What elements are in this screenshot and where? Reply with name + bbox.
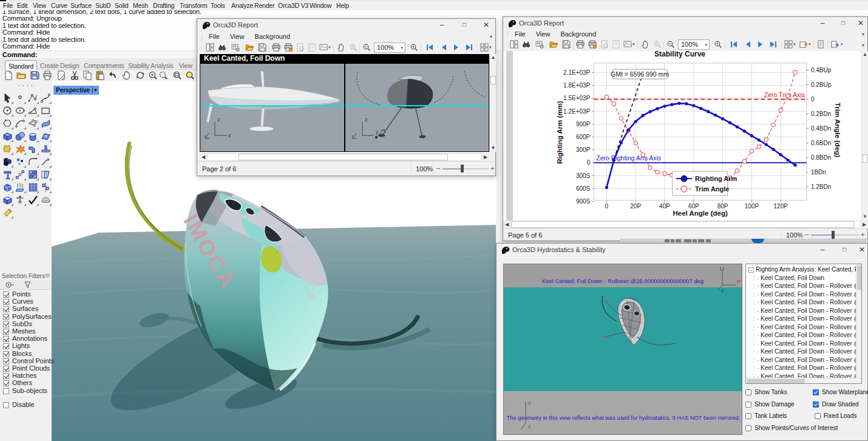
svg-text:Stability Curve: Stability Curve (654, 51, 705, 58)
svg-text:120P: 120P (774, 203, 788, 210)
svg-text:300P: 300P (576, 146, 591, 153)
svg-text:2.1E+03P: 2.1E+03P (563, 69, 591, 76)
svg-text:Zero Trim Axis: Zero Trim Axis (764, 91, 805, 98)
svg-text:z: z (217, 117, 220, 123)
svg-text:y: y (376, 129, 379, 135)
svg-text:20P: 20P (630, 203, 641, 210)
svg-text:1.2BDn: 1.2BDn (811, 183, 831, 190)
svg-text:Righting Arm (mm): Righting Arm (mm) (556, 101, 563, 164)
svg-text:600P: 600P (576, 134, 591, 140)
svg-text:z: z (528, 400, 531, 406)
svg-text:1.8E+03P: 1.8E+03P (563, 82, 591, 89)
svg-text:900P: 900P (576, 121, 591, 128)
svg-text:300S: 300S (576, 173, 591, 179)
svg-text:1.5E+03P: 1.5E+03P (563, 95, 591, 101)
svg-text:Righting Arm: Righting Arm (695, 175, 737, 182)
svg-text:Keel Canted, Foil Down - Rollo: Keel Canted, Foil Down - Rollover @25.00… (542, 278, 704, 284)
svg-text:80P: 80P (717, 203, 728, 210)
svg-text:1BDn: 1BDn (811, 169, 826, 176)
svg-text:0.4BUp: 0.4BUp (811, 67, 832, 74)
svg-text:0.4BDn: 0.4BDn (811, 125, 831, 132)
svg-text:0.2BUp: 0.2BUp (811, 81, 832, 88)
svg-text:x: x (528, 423, 531, 429)
svg-text:Trim Angle: Trim Angle (695, 185, 729, 193)
svg-text:0.8BDn: 0.8BDn (811, 154, 831, 161)
svg-text:60P: 60P (688, 203, 699, 210)
svg-text:0.6BDn: 0.6BDn (811, 140, 831, 146)
svg-text:0: 0 (811, 96, 815, 103)
svg-text:Heel Angle (deg): Heel Angle (deg) (673, 210, 727, 217)
svg-text:0.2BDn: 0.2BDn (811, 111, 831, 117)
svg-text:100P: 100P (745, 203, 759, 210)
svg-text:x: x (228, 132, 231, 138)
svg-text:Zero Righting Arm Axis: Zero Righting Arm Axis (596, 154, 661, 162)
svg-text:z: z (365, 117, 368, 123)
svg-text:F: F (721, 288, 725, 295)
svg-text:0: 0 (605, 203, 609, 210)
svg-text:U: U (720, 265, 724, 272)
svg-text:P: P (737, 278, 741, 285)
svg-text:40P: 40P (659, 203, 670, 210)
svg-text:1.2E+03P: 1.2E+03P (563, 108, 591, 115)
svg-text:0: 0 (587, 159, 591, 166)
svg-text:GMt = 6596.990 mm: GMt = 6596.990 mm (611, 70, 669, 78)
svg-text:900S: 900S (576, 198, 591, 205)
svg-text:Trim Angle (deg): Trim Angle (deg) (834, 103, 841, 157)
svg-text:600S: 600S (576, 185, 591, 192)
